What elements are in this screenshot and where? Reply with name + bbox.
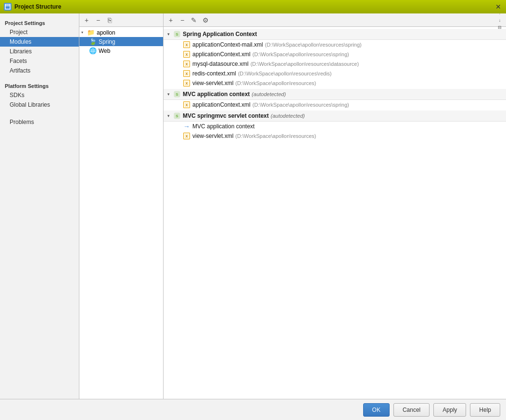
mvc-springmvc-context-header[interactable]: ▾ S MVC springmvc servlet context (autod… (164, 111, 506, 122)
arrow-right-icon: → (183, 123, 190, 130)
spring-app-context-arrow: ▾ (167, 32, 173, 37)
module-panel: + − ⎘ ▾ 📁 apollon 🍃 Spring 🌐 (79, 13, 164, 399)
svg-text:S: S (176, 92, 178, 97)
copy-module-button[interactable]: ⎘ (104, 15, 115, 25)
xml-file-icon-2: X (183, 50, 190, 58)
content-area: Project Settings Project Modules Librari… (0, 13, 506, 399)
bottom-bar: OK Cancel Apply Help (0, 399, 506, 420)
tree-node-apollon[interactable]: ▾ 📁 apollon (79, 28, 163, 37)
sidebar: Project Settings Project Modules Librari… (0, 13, 79, 399)
file-mvc-app-context[interactable]: X applicationContext.xml (D:\WorkSpace\a… (179, 100, 506, 110)
spring-app-context-title: Spring Application Context (183, 31, 257, 37)
mvc-app-context-section: ▾ S MVC application context (autodetecte… (164, 89, 506, 110)
file-path-7: (D:\WorkSpace\apollon\resources) (235, 133, 316, 139)
web-icon: 🌐 (89, 47, 97, 54)
mvc-springmvc-context-files: → MVC application context X view-servlet… (164, 122, 506, 141)
mvc-app-context-subtitle: (autodetected) (252, 91, 286, 97)
remove-module-button[interactable]: − (93, 15, 103, 25)
mvc-app-context-header[interactable]: ▾ S MVC application context (autodetecte… (164, 89, 506, 100)
file-path-4: (D:\WorkSpace\apollon\resources\redis) (238, 71, 332, 76)
title-bar-title: Project Structure (14, 3, 61, 10)
spring-icon: 🍃 (89, 38, 97, 45)
apply-button[interactable]: Apply (433, 403, 466, 417)
tree-arrow-apollon: ▾ (81, 30, 87, 35)
project-settings-label: Project Settings (0, 17, 79, 27)
sidebar-item-facets[interactable]: Facets (0, 56, 79, 66)
sidebar-item-artifacts[interactable]: Artifacts (0, 66, 79, 75)
svg-rect-0 (5, 4, 10, 9)
file-view-servlet-2[interactable]: X view-servlet.xml (D:\WorkSpace\apollon… (179, 131, 506, 141)
help-button[interactable]: Help (470, 403, 500, 417)
file-app-context[interactable]: X applicationContext.xml (D:\WorkSpace\a… (179, 49, 506, 59)
file-path-5: (D:\WorkSpace\apollon\resources) (235, 80, 316, 86)
sidebar-item-libraries[interactable]: Libraries (0, 47, 79, 56)
tree-node-spring[interactable]: 🍃 Spring (79, 37, 163, 46)
add-module-button[interactable]: + (81, 15, 92, 25)
dialog: Project Settings Project Modules Librari… (0, 13, 506, 420)
module-tree: ▾ 📁 apollon 🍃 Spring 🌐 Web (79, 27, 163, 399)
file-mvc-reference[interactable]: → MVC application context (179, 122, 506, 131)
title-bar: Project Structure ✕ (0, 0, 506, 13)
main-edit-button[interactable]: ✎ (189, 15, 199, 25)
mvc-springmvc-context-arrow: ▾ (167, 113, 173, 118)
tree-label-spring: Spring (99, 38, 115, 45)
spring-app-context-section: ▾ S Spring Application Context (164, 29, 506, 88)
file-path-3: (D:\WorkSpace\apollon\resources\datasour… (251, 61, 359, 67)
file-name-ref: MVC application context (192, 123, 254, 130)
mvc-app-context-icon: S (173, 90, 181, 98)
svg-text:S: S (176, 32, 178, 37)
tree-label-apollon: apollon (97, 29, 115, 36)
mvc-app-context-title: MVC application context (183, 91, 250, 98)
spring-app-context-header[interactable]: ▾ S Spring Application Context (164, 29, 506, 40)
sort-down-button[interactable]: ↓ (495, 17, 504, 24)
file-path-1: (D:\WorkSpace\apollon\resources\spring) (265, 42, 362, 48)
mvc-app-context-arrow: ▾ (167, 92, 173, 97)
file-name-1: applicationContext-mail.xml (192, 41, 263, 48)
xml-file-icon-6: X (183, 101, 190, 109)
title-bar-left: Project Structure (4, 3, 61, 11)
file-name-5: view-servlet.xml (192, 80, 233, 86)
sidebar-item-sdks[interactable]: SDKs (0, 90, 79, 100)
file-path-6: (D:\WorkSpace\apollon\resources\spring) (253, 102, 349, 108)
file-view-servlet[interactable]: X view-servlet.xml (D:\WorkSpace\apollon… (179, 78, 506, 88)
mvc-springmvc-context-section: ▾ S MVC springmvc servlet context (autod… (164, 111, 506, 141)
file-mysql-datasource[interactable]: X mysql-datasource.xml (D:\WorkSpace\apo… (179, 59, 506, 69)
file-app-context-mail[interactable]: X applicationContext-mail.xml (D:\WorkSp… (179, 40, 506, 49)
tree-label-web: Web (99, 48, 110, 54)
xml-file-icon-5: X (183, 79, 190, 87)
mvc-app-context-files: X applicationContext.xml (D:\WorkSpace\a… (164, 100, 506, 110)
app-icon (4, 3, 12, 11)
file-redis-context[interactable]: X redis-context.xml (D:\WorkSpace\apollo… (179, 69, 506, 78)
xml-file-icon-3: X (183, 60, 190, 68)
file-name-2: applicationContext.xml (192, 51, 251, 58)
mvc-springmvc-context-subtitle: (autodetected) (271, 113, 305, 119)
close-button[interactable]: ✕ (494, 3, 502, 11)
platform-settings-label: Platform Settings (0, 80, 79, 90)
file-name-6: applicationContext.xml (192, 101, 251, 108)
main-remove-button[interactable]: − (177, 15, 188, 25)
file-name-3: mysql-datasource.xml (192, 61, 249, 67)
module-toolbar: + − ⎘ (79, 13, 163, 27)
main-add-button[interactable]: + (165, 15, 176, 25)
mvc-springmvc-context-icon: S (173, 112, 181, 120)
ok-button[interactable]: OK (363, 403, 390, 417)
spring-app-context-files: X applicationContext-mail.xml (D:\WorkSp… (164, 40, 506, 88)
sidebar-item-global-libraries[interactable]: Global Libraries (0, 100, 79, 110)
sidebar-item-project[interactable]: Project (0, 27, 79, 37)
sidebar-item-problems[interactable]: Problems (0, 117, 79, 127)
svg-text:S: S (176, 114, 178, 118)
folder-icon: 📁 (87, 29, 95, 36)
main-more-button[interactable]: ⚙ (200, 15, 211, 25)
sort-up-button[interactable]: ↑ (495, 13, 504, 16)
file-name-7: view-servlet.xml (192, 133, 233, 139)
main-toolbar: + − ✎ ⚙ ↑ ↓ ⊟ (164, 13, 506, 27)
sidebar-item-modules[interactable]: Modules (0, 37, 79, 47)
file-path-2: (D:\WorkSpace\apollon\resources\spring) (253, 51, 349, 57)
xml-file-icon-1: X (183, 41, 190, 49)
tree-node-web[interactable]: 🌐 Web (79, 46, 163, 55)
xml-file-icon-4: X (183, 70, 190, 77)
mvc-springmvc-context-title: MVC springmvc servlet context (183, 112, 269, 119)
file-name-4: redis-context.xml (192, 70, 236, 77)
cancel-button[interactable]: Cancel (393, 403, 430, 417)
xml-file-icon-7: X (183, 132, 190, 140)
